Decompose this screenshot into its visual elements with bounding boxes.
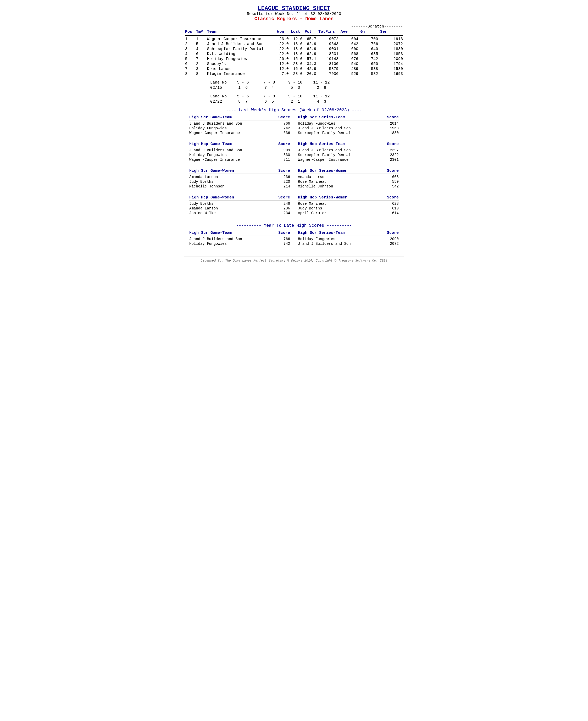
score-row: J and J Builders and Son766 <box>189 121 290 126</box>
score-section-ytd_hss_team: High Scr Series-TeamScoreHoliday Fungowi… <box>298 231 399 246</box>
ser-cell: 1853 <box>379 51 404 57</box>
ave-cell: 489 <box>339 66 359 71</box>
totpins-cell: 8531 <box>317 51 339 57</box>
score-header-label: High Hcp Series-Team <box>298 142 345 146</box>
pct-cell: 62.9 <box>303 51 317 57</box>
lane-date-1: 02/15 <box>210 86 234 90</box>
score-header-label: High Scr Series-Team <box>298 231 345 235</box>
score-name: Holiday Fungowies <box>189 126 277 130</box>
lost-cell: 28.0 <box>290 71 304 77</box>
ser-cell: 2090 <box>379 57 404 62</box>
score-section-header: High Scr Game-TeamScore <box>189 115 290 121</box>
won-cell: 12.0 <box>276 66 290 71</box>
high-scores-grid: High Scr Game-TeamScoreJ and J Builders … <box>189 115 399 218</box>
score-value: 236 <box>277 206 290 211</box>
ytd-title: ---------- Year To Date High Scores ----… <box>184 223 404 228</box>
pos-cell: 4 <box>184 51 195 57</box>
score-header-label: High Scr Game-Team <box>189 231 232 235</box>
pos-cell: 6 <box>184 62 195 66</box>
gm-cell: 700 <box>359 37 379 42</box>
score-name: Amanda Larson <box>189 175 277 179</box>
team-cell: D.L. Welding <box>206 51 276 57</box>
ave-cell: 529 <box>339 71 359 77</box>
score-section-header: High Scr Series-TeamScore <box>298 115 399 121</box>
totpins-cell: 9643 <box>317 42 339 47</box>
score-value: 811 <box>277 157 290 162</box>
score-value: 628 <box>386 202 399 206</box>
lost-cell: 13.0 <box>290 42 304 47</box>
score-name: Amanda Larson <box>298 175 386 179</box>
gm-cell: 640 <box>359 47 379 51</box>
pct-cell: 57.1 <box>303 57 317 62</box>
score-row: Holiday Fungowies742 <box>189 126 290 131</box>
table-row: 7 3 Dome Lanes 12.0 16.0 42.9 5879 489 5… <box>184 66 404 71</box>
score-row: Amanda Larson608 <box>298 175 399 179</box>
ave-cell: 642 <box>339 42 359 47</box>
ser-cell: 1530 <box>379 66 404 71</box>
col-ser: Ser <box>379 29 404 35</box>
score-name: April Cormier <box>298 211 386 215</box>
totpins-cell: 9072 <box>317 37 339 42</box>
page-header: LEAGUE STANDING SHEET Results for Week N… <box>184 5 404 21</box>
score-name: Janice Wilke <box>189 211 277 215</box>
ave-cell: 568 <box>339 51 359 57</box>
ser-cell: 1830 <box>379 47 404 51</box>
score-value: 1968 <box>386 126 399 130</box>
won-cell: 22.0 <box>276 42 290 47</box>
table-row: 2 5 J and J Builders and Son 22.0 13.0 6… <box>184 42 404 47</box>
score-header-score: Score <box>278 142 290 146</box>
score-name: Wagner-Casper Insurance <box>189 157 277 162</box>
score-row: Judy Borths246 <box>189 201 290 206</box>
score-section-header: High Hcp Game-TeamScore <box>189 142 290 147</box>
lane-label-1: Lane No <box>210 80 234 85</box>
tm-cell: 1 <box>195 37 206 42</box>
score-name: Judy Borths <box>189 202 277 206</box>
score-name: Judy Borths <box>189 179 277 184</box>
score-value: 236 <box>277 175 290 179</box>
score-header-score: Score <box>387 231 399 235</box>
gm-cell: 766 <box>359 42 379 47</box>
pct-cell: 62.9 <box>303 47 317 51</box>
score-row: Wagner-Casper Insurance811 <box>189 157 290 162</box>
score-value: 830 <box>277 153 290 157</box>
score-name: J and J Builders and Son <box>298 242 386 246</box>
ave-cell: 540 <box>339 62 359 66</box>
score-section-header: High Scr Series-WomenScore <box>298 169 399 174</box>
score-header-score: Score <box>387 195 399 200</box>
score-row: Amanda Larson236 <box>189 175 290 179</box>
lane-teams-2: 8 7 6 5 2 1 4 3 <box>234 100 331 104</box>
table-row: 3 4 Schroepfer Family Dental 22.0 13.0 6… <box>184 47 404 51</box>
pos-cell: 3 <box>184 47 195 51</box>
team-cell: J and J Builders and Son <box>206 42 276 47</box>
score-row: Holiday Fungowies2090 <box>298 237 399 241</box>
pos-cell: 2 <box>184 42 195 47</box>
score-section-hsg_team: High Scr Game-TeamScoreJ and J Builders … <box>189 115 290 135</box>
pct-cell: 62.9 <box>303 42 317 47</box>
score-value: 909 <box>277 148 290 152</box>
score-header-score: Score <box>278 115 290 120</box>
high-scores-title: ---- Last Week's High Scores (Week of 02… <box>184 108 404 112</box>
score-header-label: High Scr Game-Women <box>189 169 234 173</box>
col-won: Won <box>276 29 290 35</box>
ave-cell: 676 <box>339 57 359 62</box>
score-header-label: High Hcp Game-Women <box>189 195 234 200</box>
score-header-score: Score <box>278 231 290 235</box>
team-cell: Holiday Fungowies <box>206 57 276 62</box>
score-row: Michelle Johnson214 <box>189 184 290 189</box>
score-row: J and J Builders and Son1968 <box>298 126 399 131</box>
score-section-header: High Hcp Series-WomenScore <box>298 195 399 200</box>
score-section-hhs_team: High Hcp Series-TeamScoreJ and J Builder… <box>298 142 399 162</box>
score-name: Holiday Fungowies <box>298 237 386 241</box>
score-name: Holiday Fungowies <box>189 242 277 246</box>
pos-cell: 5 <box>184 57 195 62</box>
score-row: J and J Builders and Son766 <box>189 237 290 241</box>
gm-cell: 582 <box>359 71 379 77</box>
totpins-cell: 8100 <box>317 62 339 66</box>
score-row: Wagner-Casper Insurance636 <box>189 131 290 135</box>
score-name: Michelle Johnson <box>298 184 386 189</box>
score-section-hsg_women: High Scr Game-WomenScoreAmanda Larson236… <box>189 169 290 189</box>
score-row: Wagner-Casper Insurance2301 <box>298 157 399 162</box>
league-name: Classic Keglers - Dome Lanes <box>184 16 404 21</box>
totpins-cell: 5879 <box>317 66 339 71</box>
score-name: Schroepfer Family Dental <box>298 131 386 135</box>
